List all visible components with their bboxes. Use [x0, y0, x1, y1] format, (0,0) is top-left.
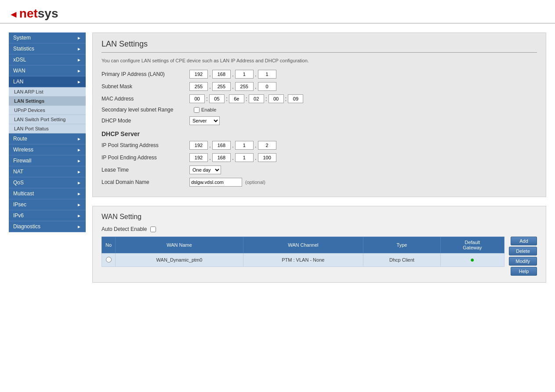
- wan-modify-button[interactable]: Modify: [509, 257, 537, 266]
- sidebar-subitem-lan-port-status[interactable]: LAN Port Status: [9, 124, 86, 133]
- sidebar-item-label: NAT: [13, 169, 23, 175]
- arrow-icon: ►: [77, 202, 81, 207]
- sidebar-item-wan[interactable]: WAN ►: [9, 65, 86, 76]
- auto-detect-checkbox[interactable]: [150, 227, 156, 232]
- sidebar-item-label: Multicast: [13, 191, 34, 197]
- lease-time-row: Lease Time One day Half day One hour: [102, 165, 537, 174]
- pool-start-octet4[interactable]: [258, 141, 276, 150]
- ip-pool-end-row: IP Pool Ending Address . . .: [102, 153, 537, 162]
- wan-row-radio[interactable]: [106, 257, 112, 263]
- pool-start-octet2[interactable]: [212, 141, 231, 150]
- pool-end-octet3[interactable]: [235, 153, 254, 162]
- arrow-icon: ►: [77, 213, 81, 218]
- sidebar-item-route[interactable]: Route ►: [9, 133, 86, 144]
- mac-sep-1: :: [206, 95, 208, 102]
- wan-col-no: No: [102, 237, 116, 253]
- sidebar-item-qos[interactable]: QoS ►: [9, 177, 86, 188]
- arrow-icon: ►: [77, 191, 81, 196]
- dhcp-mode-fields: Server Client Disabled: [189, 116, 220, 125]
- mac-address-fields: : : : : :: [189, 94, 303, 103]
- primary-ip-octet4[interactable]: [258, 70, 276, 79]
- subnet-mask-label: Subnet Mask: [102, 83, 189, 90]
- local-domain-input[interactable]: [189, 178, 242, 187]
- ip-sep-7: .: [209, 142, 211, 149]
- pool-start-octet3[interactable]: [235, 141, 254, 150]
- enable-label: Enable: [201, 107, 216, 112]
- mac-address-label: MAC Address: [102, 96, 189, 102]
- arrow-icon: ►: [77, 36, 81, 40]
- subnet-octet3[interactable]: [235, 82, 254, 91]
- ip-sep-10: .: [209, 154, 211, 161]
- wan-help-button[interactable]: Help: [511, 267, 537, 276]
- subnet-octet4[interactable]: [258, 82, 276, 91]
- sidebar-item-label: QoS: [13, 180, 24, 186]
- mac-sep-2: :: [225, 95, 228, 102]
- sidebar-item-ipsec[interactable]: IPsec ►: [9, 199, 86, 210]
- dhcp-server-title: DHCP Server: [102, 130, 537, 137]
- ip-sep-12: .: [254, 154, 257, 161]
- sidebar-subitem-lan-arp-list[interactable]: LAN ARP List: [9, 87, 86, 97]
- ip-pool-start-row: IP Pool Starting Address . . .: [102, 141, 537, 150]
- sidebar-subitem-upnp-devices[interactable]: UPnP Devices: [9, 106, 86, 115]
- logo-chevron-icon: ◄: [9, 9, 18, 20]
- local-domain-fields: (optional): [189, 178, 265, 187]
- mac-octet1[interactable]: [189, 94, 205, 103]
- primary-ip-octet2[interactable]: [212, 70, 231, 79]
- subnet-octet2[interactable]: [212, 82, 231, 91]
- auto-detect-row: Auto Detect Enable: [102, 226, 537, 232]
- arrow-icon: ►: [77, 58, 81, 62]
- wan-table-row: WAN_Dynamic_ptm0 PTM : VLAN - None Dhcp …: [102, 253, 504, 267]
- mac-sep-4: :: [265, 95, 268, 102]
- sidebar-item-wireless[interactable]: Wireless ►: [9, 144, 86, 155]
- sidebar-item-ipv6[interactable]: IPv6 ►: [9, 210, 86, 221]
- ip-sep-6: .: [254, 83, 257, 90]
- sidebar-item-label: Firewall: [13, 158, 31, 164]
- wan-delete-button[interactable]: Delete: [509, 247, 537, 255]
- sidebar-item-label: xDSL: [13, 57, 26, 63]
- secondary-subnet-row: Secondary level subnet Range Enable: [102, 107, 537, 113]
- ip-sep-5: .: [232, 83, 234, 90]
- lan-settings-panel: LAN Settings You can configure LAN setti…: [92, 32, 546, 197]
- mac-octet3[interactable]: [229, 94, 244, 103]
- sidebar-item-label: IPv6: [13, 212, 24, 219]
- mac-octet2[interactable]: [209, 94, 225, 103]
- enable-checkbox-label[interactable]: Enable: [194, 107, 216, 113]
- sidebar-item-nat[interactable]: NAT ►: [9, 166, 86, 177]
- wan-row-radio-cell: [102, 253, 116, 267]
- sidebar-item-firewall[interactable]: Firewall ►: [9, 155, 86, 166]
- content-area: LAN Settings You can configure LAN setti…: [86, 32, 546, 283]
- mac-octet6[interactable]: [288, 94, 303, 103]
- lease-time-select[interactable]: One day Half day One hour: [189, 165, 221, 174]
- mac-octet5[interactable]: [268, 94, 284, 103]
- mac-address-row: MAC Address : : : : :: [102, 94, 537, 103]
- ip-pool-start-label: IP Pool Starting Address: [102, 142, 189, 148]
- sidebar-item-xdsl[interactable]: xDSL ►: [9, 54, 86, 65]
- secondary-subnet-fields: Enable: [189, 107, 216, 113]
- enable-checkbox[interactable]: [194, 107, 200, 113]
- sidebar-item-label: Diagnostics: [13, 223, 40, 230]
- sidebar-item-system[interactable]: System ►: [9, 32, 86, 43]
- mac-sep-5: :: [285, 95, 287, 102]
- sidebar-item-lan[interactable]: LAN ►: [9, 76, 86, 87]
- gateway-active-icon: ●: [470, 256, 475, 263]
- arrow-icon: ►: [77, 137, 81, 141]
- pool-end-octet2[interactable]: [212, 153, 231, 162]
- subnet-octet1[interactable]: [189, 82, 208, 91]
- wan-add-button[interactable]: Add: [511, 237, 537, 245]
- primary-ip-octet1[interactable]: [189, 70, 208, 79]
- pool-end-octet4[interactable]: [258, 153, 276, 162]
- pool-end-octet1[interactable]: [189, 153, 208, 162]
- sidebar-item-label: Route: [13, 136, 27, 142]
- pool-start-octet1[interactable]: [189, 141, 208, 150]
- sidebar-item-multicast[interactable]: Multicast ►: [9, 188, 86, 199]
- sidebar-item-diagnostics[interactable]: Diagnostics ►: [9, 221, 86, 232]
- dhcp-mode-select[interactable]: Server Client Disabled: [189, 116, 220, 125]
- local-domain-optional: (optional): [245, 180, 265, 185]
- primary-ip-octet3[interactable]: [235, 70, 254, 79]
- mac-octet4[interactable]: [249, 94, 264, 103]
- sidebar-subitem-lan-switch-port-setting[interactable]: LAN Switch Port Setting: [9, 115, 86, 124]
- sidebar-subitem-lan-settings[interactable]: LAN Settings: [9, 97, 86, 106]
- sidebar-item-statistics[interactable]: Statistics ►: [9, 43, 86, 54]
- arrow-icon: ►: [77, 169, 81, 174]
- ip-pool-start-fields: . . .: [189, 141, 276, 150]
